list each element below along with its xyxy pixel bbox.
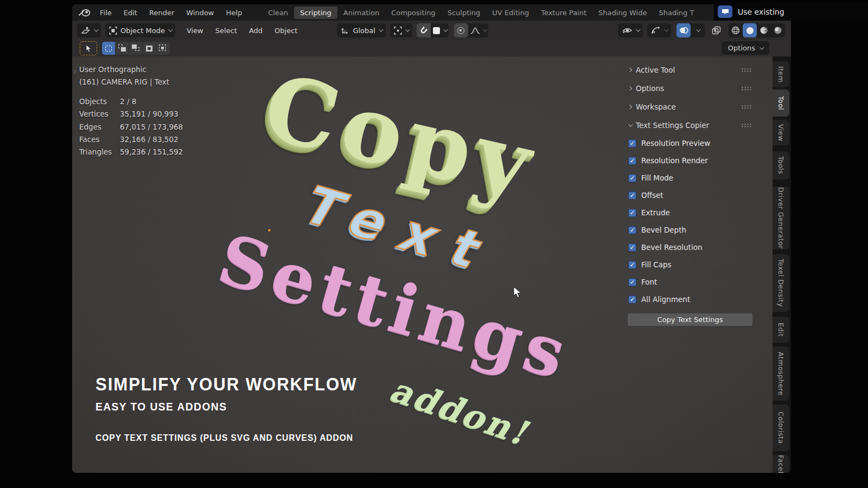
- copy-text-settings-button[interactable]: Copy Text Settings: [627, 313, 753, 326]
- falloff-dropdown[interactable]: [468, 23, 488, 37]
- checkbox-font[interactable]: ✓ Font: [624, 273, 755, 291]
- section-text-settings-copier[interactable]: Text Settings Copier: [624, 116, 755, 134]
- xray-icon: [712, 26, 721, 35]
- menu-render[interactable]: Render: [143, 7, 180, 19]
- menu-select[interactable]: Select: [209, 27, 243, 35]
- checkbox-icon[interactable]: ✓: [628, 261, 636, 269]
- overlays-icon: [679, 27, 688, 34]
- checkbox-icon[interactable]: ✓: [628, 243, 636, 252]
- checkbox-icon[interactable]: ✓: [628, 157, 636, 165]
- chat-icon: [718, 5, 732, 18]
- tab-colorista[interactable]: Colorista: [773, 404, 789, 451]
- tab-tools[interactable]: Tools: [773, 151, 789, 179]
- checkbox-extrude[interactable]: ✓ Extrude: [624, 204, 755, 221]
- menu-view[interactable]: View: [181, 27, 209, 35]
- checkbox-icon[interactable]: ✓: [628, 191, 636, 200]
- menu-help[interactable]: Help: [220, 7, 248, 19]
- editor-type-button[interactable]: [77, 23, 101, 37]
- tab-tool[interactable]: Tool: [773, 89, 789, 117]
- checkbox-all-alignment[interactable]: ✓ All Alignment: [624, 291, 755, 308]
- checkbox-icon[interactable]: ✓: [628, 209, 636, 217]
- tab-view[interactable]: View: [773, 120, 789, 145]
- checkbox-icon[interactable]: ✓: [628, 278, 636, 286]
- mode-label: Object Mode: [120, 27, 165, 35]
- object-visibility-dropdown[interactable]: [618, 23, 643, 37]
- chevron-right-icon: [628, 86, 632, 91]
- section-options[interactable]: Options: [624, 79, 755, 98]
- object-origin-dot: [268, 229, 271, 232]
- workspace-tab-texture-paint[interactable]: Texture Paint: [535, 7, 592, 19]
- drag-grip-icon[interactable]: [741, 86, 752, 91]
- workspace-tab-animation[interactable]: Animation: [337, 7, 385, 19]
- pivot-point-dropdown[interactable]: [390, 23, 412, 37]
- drag-grip-icon[interactable]: [741, 123, 752, 127]
- overlays-dropdown[interactable]: [691, 23, 705, 37]
- checkbox-fill-caps[interactable]: ✓ Fill Caps: [624, 256, 755, 273]
- workspace-tab-compositing[interactable]: Compositing: [385, 7, 442, 19]
- shading-material-button[interactable]: [757, 23, 771, 37]
- snap-toggle-button[interactable]: [417, 23, 431, 37]
- xray-toggle[interactable]: [709, 23, 723, 37]
- solid-sphere-icon: [746, 27, 754, 34]
- workspace-tab-scripting[interactable]: Scripting: [294, 7, 337, 19]
- workspace-tab-clean[interactable]: Clean: [262, 7, 294, 19]
- blender-logo-icon[interactable]: [78, 8, 92, 17]
- menu-add[interactable]: Add: [243, 27, 269, 35]
- workspace-tab-uv-editing[interactable]: UV Editing: [486, 7, 535, 19]
- select-mode-intersect-button[interactable]: [156, 42, 170, 55]
- snap-target-dropdown[interactable]: [431, 23, 449, 37]
- checkbox-bevel-depth[interactable]: ✓ Bevel Depth: [624, 221, 755, 239]
- section-workspace[interactable]: Workspace: [624, 98, 755, 116]
- tab-edit[interactable]: Edit: [773, 317, 789, 343]
- drag-grip-icon[interactable]: [741, 105, 752, 109]
- chevron-down-icon: [760, 45, 764, 49]
- transform-orientation-dropdown[interactable]: Global: [337, 23, 385, 37]
- workspace-tab-sculpting[interactable]: Sculpting: [442, 7, 487, 19]
- checkbox-icon[interactable]: ✓: [628, 174, 636, 182]
- select-mode-extend-button[interactable]: [116, 42, 129, 55]
- tab-driver-generator[interactable]: Driver Generator: [773, 187, 789, 249]
- checkbox-resolution-render[interactable]: ✓ Resolution Render: [624, 152, 755, 169]
- use-existing-overlay[interactable]: Use existing: [714, 3, 868, 21]
- region-toggle-chevron-icon[interactable]: [72, 65, 75, 75]
- select-mode-subtract-button[interactable]: [129, 42, 143, 55]
- checkbox-icon[interactable]: ✓: [628, 296, 636, 304]
- viewport-hud: User Orthographic (161) CAMERA RIG | Tex…: [79, 63, 169, 88]
- drag-grip-icon[interactable]: [741, 68, 752, 72]
- checkbox-resolution-preview[interactable]: ✓ Resolution Preview: [624, 134, 755, 152]
- tab-item[interactable]: Item: [773, 61, 789, 87]
- chevron-down-icon: [696, 27, 700, 31]
- menu-object[interactable]: Object: [269, 27, 303, 35]
- chevron-down-icon: [664, 27, 668, 31]
- tab-facebuilder[interactable]: FaceB: [773, 455, 789, 473]
- proportional-editing-icon: [457, 27, 464, 34]
- select-mode-set-button[interactable]: [102, 42, 116, 55]
- checkbox-fill-mode[interactable]: ✓ Fill Mode: [624, 169, 755, 187]
- checkbox-bevel-resolution[interactable]: ✓ Bevel Resolution: [624, 239, 755, 256]
- tab-atmosphere[interactable]: Atmosphere: [773, 346, 789, 401]
- section-active-tool[interactable]: Active Tool: [624, 61, 755, 79]
- shading-solid-button[interactable]: [743, 23, 757, 37]
- menu-window[interactable]: Window: [180, 7, 220, 19]
- mode-dropdown[interactable]: Object Mode: [105, 23, 175, 37]
- shading-rendered-button[interactable]: [771, 23, 785, 37]
- select-mode-invert-button[interactable]: [143, 42, 156, 55]
- chevron-down-icon: [636, 27, 640, 31]
- checkbox-icon[interactable]: ✓: [628, 226, 636, 234]
- menu-file[interactable]: File: [94, 7, 118, 19]
- snap-increment-icon: [433, 27, 440, 34]
- shading-wireframe-button[interactable]: [729, 23, 743, 37]
- checkbox-offset[interactable]: ✓ Offset: [624, 187, 755, 204]
- workspace-tab-shading-t[interactable]: Shading T: [653, 7, 700, 19]
- active-tool-button[interactable]: [80, 41, 97, 55]
- caption-footnote: COPY TEXT SETTINGS (PLUS SVG AND CURVES)…: [95, 433, 353, 444]
- gizmos-dropdown[interactable]: [647, 23, 671, 37]
- proportional-editing-toggle[interactable]: [454, 23, 468, 37]
- checkbox-icon[interactable]: ✓: [628, 139, 636, 147]
- object-mode-icon: [109, 27, 117, 35]
- menu-edit[interactable]: Edit: [118, 7, 143, 19]
- options-dropdown[interactable]: Options: [722, 41, 769, 55]
- workspace-tab-shading-wide[interactable]: Shading Wide: [592, 7, 653, 19]
- overlays-toggle[interactable]: [676, 23, 691, 37]
- tab-texel-density[interactable]: Texel Density: [773, 254, 789, 312]
